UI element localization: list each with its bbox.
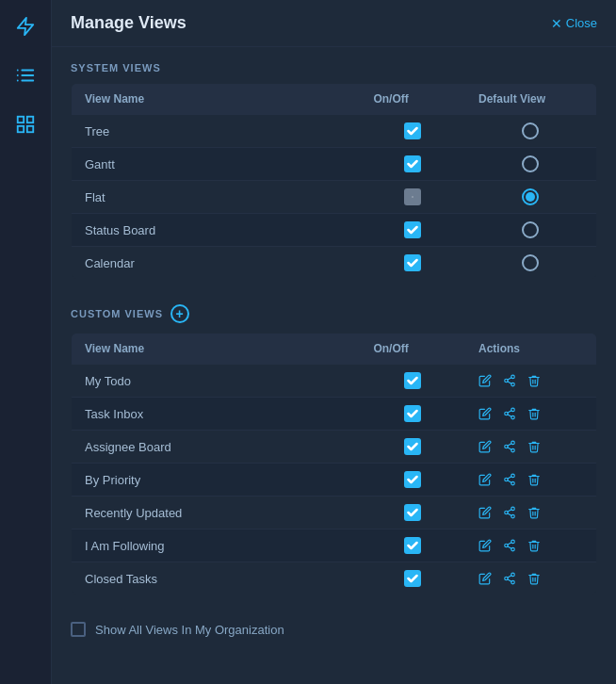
delete-icon[interactable] bbox=[527, 374, 541, 387]
custom-onoff-cell[interactable] bbox=[360, 562, 465, 595]
show-all-label: Show All Views In My Organization bbox=[95, 623, 284, 637]
default-cell[interactable] bbox=[465, 115, 597, 148]
checkbox-checked[interactable] bbox=[404, 537, 421, 554]
checkbox-checked[interactable] bbox=[404, 122, 421, 139]
system-views-section: SYSTEM VIEWS View Name On/Off Default Vi… bbox=[52, 47, 616, 289]
custom-view-name-cell: By Priority bbox=[72, 464, 361, 497]
default-cell[interactable] bbox=[465, 148, 597, 181]
system-col-onoff: On/Off bbox=[360, 84, 465, 115]
custom-onoff-cell[interactable] bbox=[360, 431, 465, 464]
action-icons bbox=[478, 440, 583, 453]
lightning-icon[interactable] bbox=[10, 11, 41, 41]
custom-view-name-cell: Assignee Board bbox=[72, 431, 361, 464]
edit-icon[interactable] bbox=[478, 374, 492, 387]
svg-line-16 bbox=[508, 378, 511, 380]
list-icon[interactable] bbox=[10, 60, 41, 90]
share-icon[interactable] bbox=[503, 407, 516, 420]
edit-icon[interactable] bbox=[478, 572, 492, 585]
custom-action-cell bbox=[465, 529, 597, 562]
share-icon[interactable] bbox=[503, 572, 516, 585]
delete-icon[interactable] bbox=[527, 572, 541, 585]
svg-rect-7 bbox=[18, 117, 24, 122]
edit-icon[interactable] bbox=[478, 407, 492, 420]
delete-icon[interactable] bbox=[527, 539, 541, 552]
checkbox-checked[interactable] bbox=[404, 438, 421, 455]
custom-views-label: CUSTOM VIEWS + bbox=[71, 304, 597, 323]
custom-view-name-cell: My Todo bbox=[72, 365, 361, 398]
edit-icon[interactable] bbox=[478, 506, 492, 519]
table-row: Calendar bbox=[72, 247, 597, 280]
action-icons bbox=[478, 539, 583, 552]
delete-icon[interactable] bbox=[527, 506, 541, 519]
custom-action-cell bbox=[465, 431, 597, 464]
svg-line-25 bbox=[508, 448, 511, 449]
radio-empty[interactable] bbox=[522, 221, 539, 238]
share-icon[interactable] bbox=[503, 539, 516, 552]
checkbox-checked[interactable] bbox=[404, 570, 421, 587]
add-custom-view-button[interactable]: + bbox=[170, 304, 189, 323]
checkbox-checked[interactable] bbox=[404, 221, 421, 238]
system-col-name: View Name bbox=[72, 84, 361, 115]
custom-action-cell bbox=[465, 464, 597, 497]
show-all-checkbox[interactable] bbox=[71, 622, 86, 637]
custom-views-section: CUSTOM VIEWS + View Name On/Off Actions … bbox=[52, 289, 616, 605]
share-icon[interactable] bbox=[503, 374, 516, 387]
radio-empty[interactable] bbox=[522, 122, 539, 139]
checkbox-checked[interactable] bbox=[404, 254, 421, 271]
delete-icon[interactable] bbox=[527, 407, 541, 420]
delete-icon[interactable] bbox=[527, 473, 541, 486]
radio-selected[interactable] bbox=[522, 188, 539, 205]
onoff-cell[interactable] bbox=[360, 181, 465, 214]
checkbox-checked[interactable] bbox=[404, 155, 421, 172]
action-icons bbox=[478, 473, 583, 486]
svg-marker-0 bbox=[18, 18, 34, 35]
checkbox-partial[interactable] bbox=[404, 188, 421, 205]
custom-view-name-cell: Closed Tasks bbox=[72, 562, 361, 595]
share-icon[interactable] bbox=[503, 473, 516, 486]
onoff-cell[interactable] bbox=[360, 115, 465, 148]
header: Manage Views ✕ Close bbox=[52, 0, 616, 47]
custom-onoff-cell[interactable] bbox=[360, 497, 465, 529]
custom-action-cell bbox=[465, 365, 597, 398]
edit-icon[interactable] bbox=[478, 539, 492, 552]
table-row: My Todo bbox=[72, 365, 597, 398]
view-name-cell: Gantt bbox=[72, 148, 361, 181]
radio-empty[interactable] bbox=[522, 254, 539, 271]
svg-line-26 bbox=[508, 444, 511, 446]
custom-action-cell bbox=[465, 398, 597, 431]
default-cell[interactable] bbox=[465, 247, 597, 280]
custom-action-cell bbox=[465, 562, 597, 595]
default-cell[interactable] bbox=[465, 214, 597, 247]
svg-line-41 bbox=[508, 543, 511, 545]
custom-onoff-cell[interactable] bbox=[360, 398, 465, 431]
table-row: Status Board bbox=[72, 214, 597, 247]
onoff-cell[interactable] bbox=[360, 148, 465, 181]
onoff-cell[interactable] bbox=[360, 247, 465, 280]
share-icon[interactable] bbox=[503, 440, 516, 453]
page-title: Manage Views bbox=[71, 13, 186, 33]
delete-icon[interactable] bbox=[527, 440, 541, 453]
checkbox-checked[interactable] bbox=[404, 405, 421, 422]
svg-line-45 bbox=[508, 579, 511, 581]
checkbox-checked[interactable] bbox=[404, 504, 421, 521]
table-row: I Am Following bbox=[72, 529, 597, 562]
edit-icon[interactable] bbox=[478, 473, 492, 486]
edit-icon[interactable] bbox=[478, 440, 492, 453]
close-label: Close bbox=[566, 16, 597, 30]
onoff-cell[interactable] bbox=[360, 214, 465, 247]
radio-empty[interactable] bbox=[522, 155, 539, 172]
close-button[interactable]: ✕ Close bbox=[551, 16, 597, 31]
checkbox-checked[interactable] bbox=[404, 372, 421, 389]
board-icon[interactable] bbox=[10, 109, 41, 139]
table-row: Recently Updated bbox=[72, 497, 597, 529]
table-row: Flat bbox=[72, 181, 597, 214]
custom-onoff-cell[interactable] bbox=[360, 365, 465, 398]
svg-rect-10 bbox=[27, 126, 33, 132]
action-icons bbox=[478, 506, 583, 519]
custom-onoff-cell[interactable] bbox=[360, 464, 465, 497]
share-icon[interactable] bbox=[503, 506, 516, 519]
checkbox-checked[interactable] bbox=[404, 471, 421, 488]
custom-onoff-cell[interactable] bbox=[360, 529, 465, 562]
default-cell[interactable] bbox=[465, 181, 597, 214]
svg-rect-9 bbox=[18, 126, 24, 132]
